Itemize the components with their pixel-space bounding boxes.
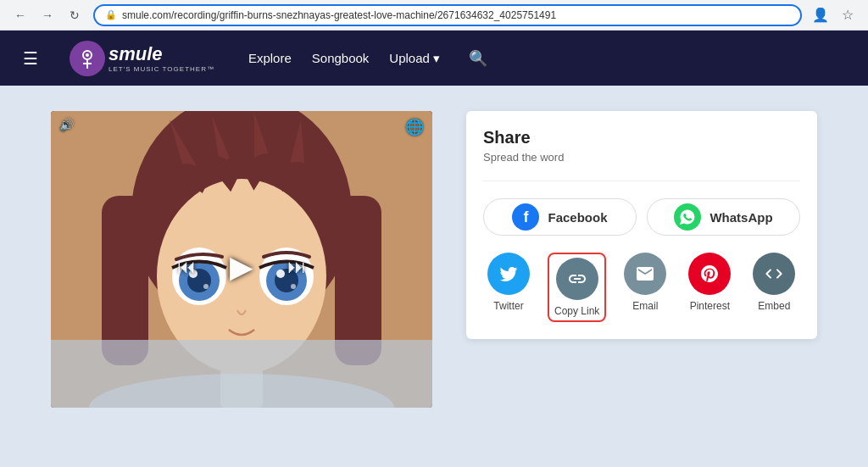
logo-sub: LET'S MUSIC TOGETHER™ — [108, 65, 214, 73]
share-divider — [483, 181, 800, 181]
logo-text-area: smule LET'S MUSIC TOGETHER™ — [108, 43, 214, 73]
pinterest-icon — [688, 253, 731, 295]
forward-button[interactable]: → — [36, 3, 59, 27]
pinterest-label: Pinterest — [690, 300, 730, 312]
profile-button[interactable]: 👤 — [809, 3, 832, 27]
play-button[interactable]: ▶ — [230, 249, 253, 285]
hamburger-menu[interactable]: ☰ — [17, 45, 44, 72]
facebook-button[interactable]: f Facebook — [483, 198, 637, 236]
center-controls: ⏮ ▶ ⏭ — [51, 232, 432, 302]
video-player: 🔊 🌐 ⏮ ▶ ⏭ — [51, 111, 432, 408]
facebook-label: Facebook — [548, 210, 607, 225]
embed-button[interactable]: Embed — [748, 253, 799, 322]
next-button[interactable]: ⏭ — [287, 256, 306, 278]
whatsapp-button[interactable]: WhatsApp — [647, 198, 800, 236]
whatsapp-icon — [674, 203, 701, 231]
browser-actions: 👤 ☆ — [809, 3, 860, 27]
twitter-button[interactable]: Twitter — [483, 253, 534, 322]
share-row-1: f Facebook WhatsApp — [483, 198, 800, 236]
video-controls-overlay: 🔊 🌐 ⏮ ▶ ⏭ — [51, 111, 432, 408]
copylink-button[interactable]: Copy Link — [548, 253, 606, 322]
embed-icon — [753, 253, 795, 295]
prev-button[interactable]: ⏮ — [177, 256, 196, 278]
nav-explore[interactable]: Explore — [248, 51, 292, 65]
facebook-icon: f — [512, 203, 539, 231]
nav-upload[interactable]: Upload ▾ — [389, 51, 440, 66]
back-button[interactable]: ← — [8, 3, 32, 27]
lock-icon: 🔒 — [105, 9, 117, 20]
url-input[interactable] — [122, 9, 790, 21]
nav-buttons: ← → ↻ — [8, 3, 86, 27]
chevron-down-icon: ▾ — [433, 51, 440, 66]
email-icon — [624, 253, 666, 295]
page: ☰ smule LET'S MUSIC TOGETHER™ Explore So… — [0, 31, 868, 467]
copylink-label: Copy Link — [554, 305, 599, 317]
email-label: Email — [632, 300, 658, 312]
svg-point-2 — [86, 53, 89, 57]
bookmark-button[interactable]: ☆ — [836, 3, 860, 27]
logo-icon — [70, 41, 105, 76]
browser-chrome: ← → ↻ 🔒 👤 ☆ — [0, 0, 868, 31]
search-icon[interactable]: 🔍 — [469, 49, 487, 68]
share-subtitle: Spread the word — [483, 151, 800, 164]
address-bar[interactable]: 🔒 — [93, 4, 802, 26]
whatsapp-label: WhatsApp — [709, 210, 772, 225]
copylink-icon — [556, 258, 598, 300]
email-button[interactable]: Email — [620, 253, 670, 322]
bottom-controls — [51, 391, 432, 408]
pinterest-button[interactable]: Pinterest — [684, 253, 735, 322]
top-controls: 🔊 🌐 — [51, 111, 432, 143]
embed-label: Embed — [758, 300, 790, 312]
twitter-label: Twitter — [493, 300, 523, 312]
navbar: ☰ smule LET'S MUSIC TOGETHER™ Explore So… — [0, 31, 868, 86]
volume-icon[interactable]: 🔊 — [59, 118, 74, 131]
nav-songbook[interactable]: Songbook — [312, 51, 370, 65]
share-title: Share — [483, 128, 800, 147]
reload-button[interactable]: ↻ — [63, 3, 86, 27]
globe-icon[interactable]: 🌐 — [405, 118, 424, 136]
twitter-icon — [487, 253, 530, 295]
logo-text: smule — [108, 43, 214, 65]
main-content: 🔊 🌐 ⏮ ▶ ⏭ Share Spread the word f Fa — [0, 86, 868, 467]
nav-links: Explore Songbook Upload ▾ — [248, 51, 440, 66]
share-row-2: Twitter Copy Link — [483, 253, 800, 322]
logo-area: smule LET'S MUSIC TOGETHER™ — [70, 41, 214, 76]
share-panel: Share Spread the word f Facebook WhatsAp… — [466, 111, 817, 339]
